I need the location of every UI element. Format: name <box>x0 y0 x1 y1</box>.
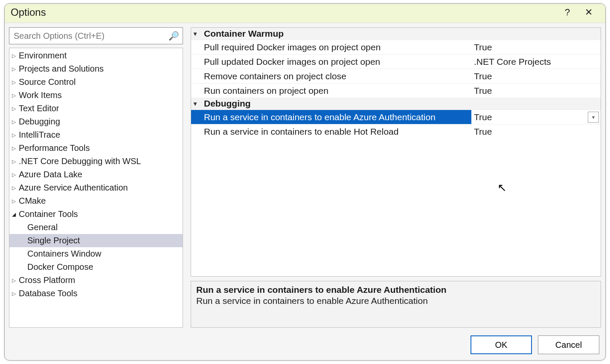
tree-item[interactable]: Docker Compose <box>9 260 183 274</box>
tree-item[interactable]: ▷Performance Tools <box>9 142 183 155</box>
dropdown-icon[interactable]: ▾ <box>588 112 599 123</box>
property-value-text: True <box>474 71 492 81</box>
property-value[interactable]: True <box>471 84 601 98</box>
tree-item-label: Single Project <box>27 236 80 246</box>
chevron-right-icon[interactable]: ▷ <box>12 199 18 204</box>
tree-item[interactable]: Single Project <box>9 234 183 247</box>
right-pane: ▾Container WarmupPull required Docker im… <box>191 27 601 328</box>
tree-item-label: Projects and Solutions <box>19 64 104 74</box>
tree-item-label: Cross Platform <box>19 275 75 285</box>
property-label: Run a service in containers to enable Ho… <box>191 124 471 139</box>
tree-item[interactable]: ▷Cross Platform <box>9 274 183 287</box>
tree-item-label: Containers Window <box>27 249 101 259</box>
property-value-text: True <box>474 127 492 137</box>
chevron-right-icon[interactable]: ▷ <box>12 172 18 177</box>
chevron-right-icon[interactable]: ▷ <box>12 291 18 296</box>
titlebar: Options ? ✕ <box>5 4 605 23</box>
tree-item[interactable]: ▷Azure Service Authentication <box>9 181 183 194</box>
tree-item[interactable]: ◢Container Tools <box>9 208 183 221</box>
tree-item[interactable]: ▷Database Tools <box>9 287 183 300</box>
property-row[interactable]: Run a service in containers to enable Ho… <box>191 124 601 139</box>
category-name: Container Warmup <box>204 29 284 39</box>
tree-item[interactable]: Containers Window <box>9 247 183 260</box>
tree-item[interactable]: ▷Source Control <box>9 75 183 89</box>
chevron-right-icon[interactable]: ▷ <box>12 53 18 58</box>
chevron-right-icon[interactable]: ▷ <box>12 146 18 151</box>
property-value-text: .NET Core Projects <box>474 57 551 67</box>
property-value[interactable]: True▾ <box>471 110 601 124</box>
chevron-right-icon[interactable]: ▷ <box>12 278 18 283</box>
tree-item-label: .NET Core Debugging with WSL <box>19 156 141 166</box>
chevron-right-icon[interactable]: ▷ <box>12 119 18 124</box>
property-row[interactable]: Pull updated Docker images on project op… <box>191 54 601 69</box>
search-icon: 🔍 <box>168 31 179 41</box>
tree-item-label: Environment <box>19 51 67 61</box>
category-tree[interactable]: ▷Environment▷Projects and Solutions▷Sour… <box>9 48 183 328</box>
tree-item-label: Docker Compose <box>27 262 93 272</box>
tree-item[interactable]: ▷Text Editor <box>9 102 183 115</box>
chevron-down-icon[interactable]: ◢ <box>12 212 18 217</box>
chevron-right-icon[interactable]: ▷ <box>12 80 18 85</box>
tree-item-label: Debugging <box>19 117 60 127</box>
property-value-text: True <box>474 112 492 122</box>
close-button[interactable]: ✕ <box>578 7 599 18</box>
chevron-right-icon[interactable]: ▷ <box>12 185 18 191</box>
tree-item[interactable]: ▷CMake <box>9 194 183 208</box>
property-value[interactable]: True <box>471 124 601 139</box>
property-row[interactable]: Pull required Docker images on project o… <box>191 40 601 54</box>
property-value[interactable]: .NET Core Projects <box>471 55 601 69</box>
property-label: Run a service in containers to enable Az… <box>191 110 471 124</box>
cancel-button[interactable]: Cancel <box>538 335 599 354</box>
options-dialog: Options ? ✕ 🔍 ▷Environment▷Projects and … <box>4 3 606 361</box>
dialog-title: Options <box>11 6 557 18</box>
tree-item-label: Azure Data Lake <box>19 170 82 179</box>
tree-item-label: Text Editor <box>19 104 59 113</box>
property-label: Pull required Docker images on project o… <box>191 40 471 54</box>
mouse-cursor-icon: ↖ <box>497 181 507 194</box>
tree-item-label: General <box>27 222 58 232</box>
tree-item[interactable]: ▷IntelliTrace <box>9 128 183 142</box>
dialog-footer: OK Cancel <box>5 332 605 360</box>
chevron-down-icon: ▾ <box>194 100 204 107</box>
property-value-text: True <box>474 42 492 52</box>
property-label: Remove containers on project close <box>191 69 471 83</box>
property-value[interactable]: True <box>471 69 601 83</box>
search-options[interactable]: 🔍 <box>9 27 183 44</box>
description-body: Run a service in containers to enable Az… <box>196 296 595 306</box>
category-name: Debugging <box>204 98 251 109</box>
tree-item[interactable]: ▷.NET Core Debugging with WSL <box>9 155 183 168</box>
property-value[interactable]: True <box>471 40 601 54</box>
property-category-header[interactable]: ▾Container Warmup <box>191 28 601 40</box>
property-value-text: True <box>474 86 492 96</box>
tree-item-label: IntelliTrace <box>19 130 60 140</box>
tree-item-label: Container Tools <box>19 209 78 219</box>
tree-item[interactable]: ▷Azure Data Lake <box>9 168 183 181</box>
description-title: Run a service in containers to enable Az… <box>196 285 595 295</box>
tree-item[interactable]: ▷Work Items <box>9 89 183 102</box>
chevron-right-icon[interactable]: ▷ <box>12 66 18 72</box>
tree-item-label: Azure Service Authentication <box>19 183 128 193</box>
property-grid[interactable]: ▾Container WarmupPull required Docker im… <box>191 27 601 277</box>
property-row[interactable]: Run a service in containers to enable Az… <box>191 110 601 124</box>
ok-button[interactable]: OK <box>471 335 532 354</box>
chevron-right-icon[interactable]: ▷ <box>12 159 18 164</box>
tree-item-label: Source Control <box>19 77 76 87</box>
property-category-header[interactable]: ▾Debugging <box>191 98 601 110</box>
left-pane: 🔍 ▷Environment▷Projects and Solutions▷So… <box>9 27 183 328</box>
tree-item-label: CMake <box>19 196 46 206</box>
tree-item-label: Work Items <box>19 90 62 100</box>
tree-item[interactable]: ▷Debugging <box>9 115 183 128</box>
tree-item[interactable]: ▷Environment <box>9 49 183 62</box>
chevron-right-icon[interactable]: ▷ <box>12 133 18 138</box>
dialog-body: 🔍 ▷Environment▷Projects and Solutions▷So… <box>5 23 605 332</box>
chevron-right-icon[interactable]: ▷ <box>12 93 18 98</box>
chevron-right-icon[interactable]: ▷ <box>12 106 18 111</box>
property-row[interactable]: Run containers on project openTrue <box>191 83 601 98</box>
search-input[interactable] <box>13 31 168 41</box>
property-description: Run a service in containers to enable Az… <box>191 281 601 328</box>
property-label: Pull updated Docker images on project op… <box>191 55 471 69</box>
property-row[interactable]: Remove containers on project closeTrue <box>191 69 601 83</box>
help-button[interactable]: ? <box>557 7 578 18</box>
tree-item[interactable]: ▷Projects and Solutions <box>9 62 183 75</box>
tree-item[interactable]: General <box>9 221 183 234</box>
